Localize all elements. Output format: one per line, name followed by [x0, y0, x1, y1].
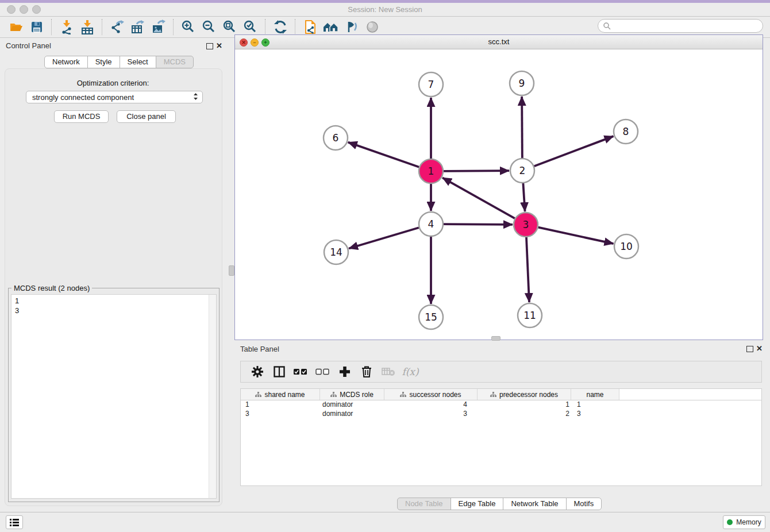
node-label-7: 7 — [428, 79, 434, 90]
table-cell: 3 — [571, 410, 619, 419]
memory-button[interactable]: Memory — [723, 515, 765, 529]
mcds-result-list[interactable]: 1 3 — [11, 294, 217, 499]
edge-1-6[interactable] — [348, 142, 419, 167]
select-all-checkboxes-icon[interactable] — [294, 364, 309, 379]
network-maximize-icon[interactable]: + — [261, 38, 270, 47]
edge-3-1[interactable] — [442, 178, 515, 218]
control-panel-title: Control Panel — [6, 41, 51, 50]
edge-2-9[interactable] — [522, 97, 522, 158]
tab-style[interactable]: Style — [87, 56, 120, 68]
zoom-window-icon[interactable] — [32, 5, 41, 14]
table-panel-title: Table Panel — [240, 345, 279, 353]
node-label-1: 1 — [428, 165, 434, 177]
toolbar-separator — [173, 19, 174, 35]
column-header-predecessor-nodes[interactable]: predecessor nodes — [478, 389, 571, 400]
edge-4-3[interactable] — [444, 224, 513, 225]
network-canvas[interactable]: 7968124314101511 — [235, 49, 763, 340]
column-header-MCDS-role[interactable]: MCDS role — [320, 389, 384, 400]
network-minimize-icon[interactable]: − — [251, 38, 259, 47]
table-settings-icon[interactable] — [250, 364, 265, 379]
open-session-icon[interactable] — [7, 19, 25, 35]
tab-motifs[interactable]: Motifs — [566, 498, 602, 510]
eye-slash-icon[interactable] — [343, 19, 360, 35]
run-mcds-button[interactable]: Run MCDS — [54, 110, 109, 123]
ndex-home-icon[interactable] — [322, 19, 340, 35]
open-network-document-icon[interactable] — [302, 19, 319, 35]
render-sphere-icon[interactable] — [364, 19, 381, 35]
status-bar — [0, 512, 770, 532]
import-network-icon[interactable] — [58, 19, 75, 35]
table-cell: 1 — [241, 400, 320, 410]
control-panel-close-icon[interactable]: ✕ — [216, 43, 222, 49]
edge-4-14[interactable] — [349, 228, 419, 248]
node-label-2: 2 — [519, 165, 526, 176]
tab-network[interactable]: Network — [44, 56, 88, 68]
column-header-successor-nodes[interactable]: successor nodes — [384, 389, 478, 400]
tab-mcds[interactable]: MCDS — [156, 56, 194, 68]
apply-layout-icon[interactable] — [272, 19, 289, 35]
delete-column-icon[interactable] — [359, 364, 374, 379]
app-title: Session: New Session — [0, 3, 770, 16]
import-table-icon[interactable] — [79, 19, 96, 35]
edge-1-2[interactable] — [444, 171, 509, 171]
table-splitter-grip[interactable] — [491, 336, 500, 341]
node-label-15: 15 — [425, 311, 437, 323]
table-row[interactable]: 1dominator411 — [241, 400, 761, 410]
table-panel-float-icon[interactable] — [746, 346, 753, 352]
table-cell: 2 — [478, 410, 571, 419]
zoom-selected-icon[interactable] — [242, 19, 259, 35]
vertical-scrollbar[interactable] — [209, 295, 216, 498]
column-header-name[interactable]: name — [571, 389, 619, 400]
add-column-icon[interactable] — [337, 364, 352, 379]
delete-table-icon[interactable] — [381, 364, 396, 379]
table-panel-close-icon[interactable]: ✕ — [756, 345, 763, 352]
memory-label: Memory — [736, 518, 761, 526]
show-columns-icon[interactable] — [272, 364, 287, 379]
control-panel-float-icon[interactable] — [206, 43, 213, 49]
network-window-titlebar[interactable]: ✕ − + scc.txt — [235, 35, 763, 49]
control-panel-tabs: NetworkStyleSelectMCDS — [45, 56, 194, 68]
save-session-icon[interactable] — [28, 19, 45, 35]
tab-select[interactable]: Select — [120, 56, 156, 68]
table-cell: 1 — [571, 400, 619, 410]
network-canvas-svg: 7968124314101511 — [235, 49, 763, 340]
export-table-icon[interactable] — [129, 19, 147, 35]
column-header-shared-name[interactable]: shared name — [241, 389, 320, 400]
node-label-9: 9 — [519, 78, 525, 89]
criterion-dropdown[interactable]: strongly connected component — [26, 91, 203, 103]
export-image-icon[interactable] — [150, 19, 167, 35]
mcds-result-values: 1 3 — [11, 295, 216, 317]
mcds-result-box: 1 3 — [8, 288, 220, 502]
network-close-icon[interactable]: ✕ — [240, 38, 248, 47]
search-input[interactable] — [611, 21, 763, 30]
table-header-row: shared nameMCDS rolesuccessor nodesprede… — [241, 389, 761, 400]
node-label-11: 11 — [523, 310, 536, 321]
table-cell: dominator — [320, 400, 384, 410]
edge-2-8[interactable] — [534, 136, 614, 166]
close-window-icon[interactable] — [7, 5, 16, 14]
tab-node-table[interactable]: Node Table — [397, 498, 451, 510]
show-status-list-button[interactable] — [6, 515, 23, 529]
node-label-10: 10 — [620, 241, 633, 252]
zoom-in-icon[interactable] — [180, 19, 197, 35]
deselect-all-checkboxes-icon[interactable] — [315, 364, 330, 379]
minimize-window-icon[interactable] — [20, 5, 28, 14]
edge-3-11[interactable] — [526, 237, 529, 302]
edge-2-3[interactable] — [523, 183, 525, 211]
zoom-fit-icon[interactable] — [221, 19, 238, 35]
toolbar-separator — [51, 19, 52, 35]
node-label-14: 14 — [330, 246, 342, 258]
function-builder-icon[interactable]: f(x) — [403, 364, 418, 379]
zoom-out-icon[interactable] — [201, 19, 218, 35]
tab-network-table[interactable]: Network Table — [503, 498, 566, 510]
table-cell: 3 — [384, 410, 478, 419]
panel-splitter-grip[interactable] — [229, 265, 234, 276]
search-icon — [603, 22, 611, 30]
table-row[interactable]: 3dominator323 — [241, 410, 761, 419]
sitemap-icon — [400, 392, 406, 398]
edge-3-10[interactable] — [538, 228, 613, 244]
tab-edge-table[interactable]: Edge Table — [451, 498, 504, 510]
export-network-icon[interactable] — [109, 19, 126, 35]
close-panel-button[interactable]: Close panel — [117, 110, 176, 123]
table-cell: dominator — [320, 410, 384, 419]
